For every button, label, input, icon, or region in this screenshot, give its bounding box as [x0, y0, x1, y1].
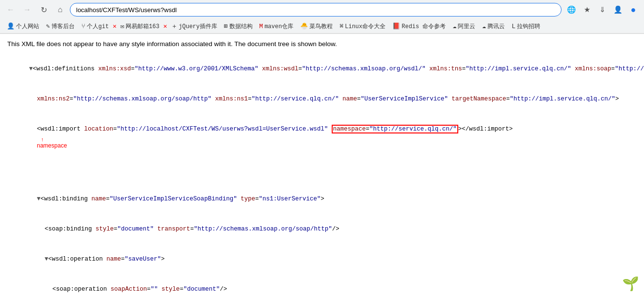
bookmark-label: 个人git	[87, 22, 109, 31]
bookmark-lagou[interactable]: L 拉钩招聘	[509, 21, 543, 32]
bookmark-star-icon[interactable]: ★	[580, 3, 594, 16]
bookmarks-bar: 👤 个人网站 ✎ 博客后台 ⑂ 个人git ✕ ✉ 网易邮箱163 ✕ ＋ jQ…	[0, 19, 644, 33]
download-icon[interactable]: ⇓	[596, 3, 609, 16]
bookmark-label: Linux命令大全	[345, 22, 386, 31]
aliyun-icon: ☁	[452, 22, 456, 30]
bookmark-label: 菜鸟教程	[309, 22, 333, 31]
collapse-triangle-binding[interactable]: ▼	[37, 196, 41, 202]
user-account-icon[interactable]: 👤	[611, 3, 625, 16]
xml-line-import: <wsdl:import location="http://localhost/…	[7, 114, 637, 184]
xml-line-binding: ▼<wsdl:binding name="UserServiceImplServ…	[7, 184, 637, 214]
bookmark-email163[interactable]: ✉ 网易邮箱163	[117, 21, 162, 32]
back-button[interactable]: ←	[4, 3, 17, 16]
bookmark-label: 网易邮箱163	[126, 22, 160, 31]
bookmark-label: 个人网站	[16, 22, 39, 31]
nav-icons-right: 🌐 ★ ⇓ 👤 ●	[564, 3, 640, 16]
address-bar[interactable]	[70, 3, 562, 16]
person-icon: 👤	[7, 22, 15, 30]
xml-line-soap-binding: <soap:binding style="document" transport…	[7, 214, 637, 245]
bookmark-label: 数据结构	[229, 22, 253, 31]
xml-note: This XML file does not appear to have an…	[7, 39, 637, 50]
maven-icon: M	[259, 23, 263, 30]
bookmark-label: 腾讯云	[487, 22, 505, 31]
bookmark-label: 阿里云	[458, 22, 475, 31]
structure-icon: ⊞	[224, 22, 228, 30]
xml-line-op-saveuser: ▼<wsdl:operation name="saveUser">	[7, 244, 637, 274]
home-button[interactable]: ⌂	[53, 3, 67, 16]
plus-icon: ＋	[171, 22, 177, 31]
bookmark-label: 博客后台	[51, 22, 75, 31]
bookmark-personal-site[interactable]: 👤 个人网站	[4, 21, 42, 32]
edit-icon: ✎	[46, 22, 50, 30]
forward-button[interactable]: →	[20, 3, 34, 16]
namespace-highlight: namespace="http://service.qlq.cn/"	[332, 125, 458, 133]
bookmark-red-icon2: ✕	[163, 22, 167, 30]
bookmark-personal-git[interactable]: ⑂ 个人git	[79, 21, 112, 32]
bookmark-blog-admin[interactable]: ✎ 博客后台	[43, 21, 78, 32]
xml-line-2: xmlns:ns2="http://schemas.xmlsoap.org/so…	[7, 84, 637, 114]
bookmark-label: jQuery插件库	[179, 22, 217, 31]
bookmark-rookie-tutorial[interactable]: 🐣 菜鸟教程	[297, 21, 336, 32]
github-icon: ⑂	[81, 23, 85, 30]
xml-tree: ▼<wsdl:definitions xmlns:xsd="http://www…	[7, 54, 637, 297]
collapse-triangle-saveuser[interactable]: ▼	[45, 256, 48, 263]
bookmark-aliyun[interactable]: ☁ 阿里云	[450, 21, 478, 32]
xml-line-soap-op-saveuser: <soap:operation soapAction="" style="doc…	[7, 274, 637, 297]
bookmark-label: 拉钩招聘	[517, 22, 540, 31]
bookmark-linux-commands[interactable]: ⌘ Linux命令大全	[337, 21, 388, 32]
refresh-button[interactable]: ↻	[37, 3, 50, 16]
job-icon: L	[512, 23, 515, 30]
bookmark-label: maven仓库	[264, 22, 293, 31]
email-icon: ✉	[120, 22, 124, 30]
bird-icon: 🐣	[300, 22, 308, 30]
translate-icon[interactable]: 🌐	[564, 3, 578, 16]
bookmark-maven[interactable]: M maven仓库	[257, 21, 297, 32]
bookmark-redis[interactable]: 📕 Redis 命令参考	[389, 21, 449, 32]
bookmark-jquery[interactable]: ＋ jQuery插件库	[168, 21, 220, 32]
redis-icon: 📕	[392, 22, 400, 30]
command-icon: ⌘	[339, 22, 343, 30]
bookmark-red-icon: ✕	[113, 22, 116, 30]
namespace-annotation: namespace	[37, 141, 67, 151]
plant-decoration-icon: 🌱	[622, 276, 639, 292]
bookmark-tencent-cloud[interactable]: ☁ 腾讯云	[479, 21, 508, 32]
browser-chrome: ← → ↻ ⌂ 🌐 ★ ⇓ 👤 ● 👤 个人网站 ✎ 博客后台 ⑂ 个人git …	[0, 0, 644, 34]
collapse-triangle-1[interactable]: ▼	[29, 66, 33, 72]
bookmark-label: Redis 命令参考	[402, 22, 446, 31]
tencent-icon: ☁	[482, 22, 486, 30]
menu-icon[interactable]: ●	[627, 3, 640, 16]
xml-line-1: ▼<wsdl:definitions xmlns:xsd="http://www…	[7, 54, 637, 84]
main-content: This XML file does not appear to have an…	[0, 34, 644, 297]
bookmark-data-structure[interactable]: ⊞ 数据结构	[221, 21, 256, 32]
nav-bar: ← → ↻ ⌂ 🌐 ★ ⇓ 👤 ●	[0, 0, 644, 19]
